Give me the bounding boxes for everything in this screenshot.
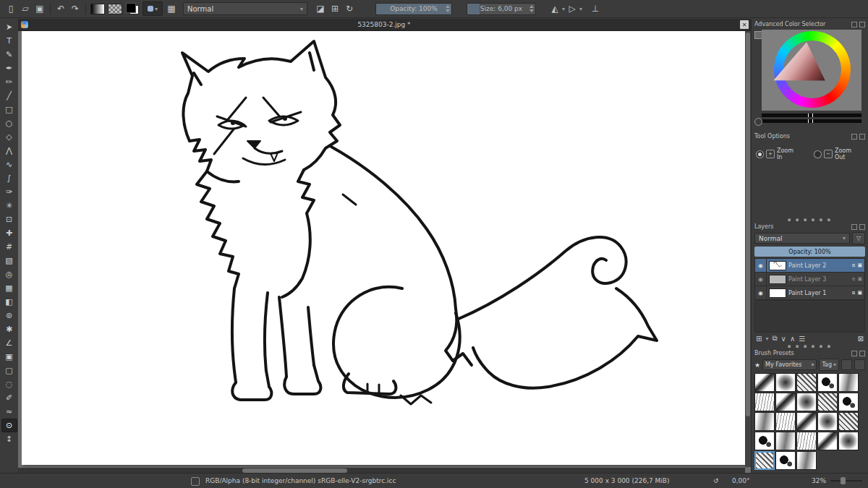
zoom-in-radio[interactable]: + Zoom In: [756, 147, 801, 160]
brush-preset-7[interactable]: [775, 393, 796, 411]
tool-rectangle[interactable]: □: [1, 103, 17, 116]
zoom-slider[interactable]: [830, 480, 862, 481]
color-history-icon[interactable]: [754, 118, 762, 126]
brush-preset-4[interactable]: [817, 373, 838, 392]
brush-preset-6[interactable]: [754, 393, 775, 411]
tool-edit-shapes[interactable]: ✎: [1, 48, 17, 61]
chevron-down-icon[interactable]: ▾: [765, 335, 768, 342]
open-document-button[interactable]: ▱: [18, 1, 33, 16]
layer-alpha-icon[interactable]: α: [852, 262, 856, 268]
tool-freehand-path[interactable]: ∫: [1, 171, 17, 185]
value-strip-1[interactable]: [762, 114, 861, 117]
dock-buttons[interactable]: [851, 224, 865, 230]
size-spin-buttons[interactable]: [529, 5, 534, 12]
save-document-button[interactable]: ▣: [33, 1, 47, 16]
tool-move[interactable]: ✚: [1, 226, 17, 240]
tool-gradient[interactable]: ▧: [1, 254, 17, 267]
tool-similar-color-select[interactable]: ≈: [1, 405, 17, 419]
brush-preset-18[interactable]: [796, 432, 817, 450]
tool-fill[interactable]: ◧: [1, 295, 17, 309]
move-layer-up-button[interactable]: ∧: [790, 335, 795, 343]
favorites-star-icon[interactable]: ★: [754, 361, 760, 369]
tool-text[interactable]: T: [1, 34, 17, 48]
brush-preset-3[interactable]: [796, 373, 817, 392]
brush-preset-14[interactable]: [817, 412, 838, 431]
duplicate-layer-button[interactable]: ⧉: [772, 334, 777, 343]
chevron-down-icon[interactable]: ▾: [579, 6, 582, 12]
layer-alpha-icon[interactable]: α: [852, 276, 856, 282]
float-dock-icon[interactable]: [851, 351, 857, 356]
layer-visibility-icon[interactable]: ◉: [755, 273, 767, 286]
float-dock-icon[interactable]: [851, 22, 857, 27]
move-layer-down-button[interactable]: ∨: [781, 335, 786, 343]
blending-mode-select[interactable]: Normal ▾: [183, 2, 307, 15]
brush-preset-22[interactable]: [775, 451, 796, 470]
layer-row-paint-layer-3[interactable]: ◉ Paint Layer 3 α ▣: [755, 273, 864, 286]
new-document-button[interactable]: ▯: [4, 1, 18, 16]
brush-preset-9[interactable]: [817, 393, 838, 411]
brush-preset-11[interactable]: [754, 412, 775, 431]
brush-preset-23[interactable]: [796, 451, 817, 470]
layer-opacity-slider[interactable]: Opacity: 100%: [754, 247, 865, 257]
tool-polyline[interactable]: ⋀: [1, 144, 17, 158]
close-document-button[interactable]: ✕: [740, 20, 749, 29]
tool-ellipse[interactable]: ○: [1, 116, 17, 130]
brush-preset-12[interactable]: [775, 412, 796, 431]
close-dock-icon[interactable]: [859, 134, 865, 140]
tool-measure[interactable]: ∠: [1, 336, 17, 350]
tool-freehand-select[interactable]: ✐: [1, 391, 17, 405]
tool-crop[interactable]: #: [1, 240, 17, 254]
tool-pan[interactable]: ↕: [1, 432, 17, 446]
wrap-around-mode-button[interactable]: ⊥: [588, 1, 603, 16]
brush-preset-19[interactable]: [817, 432, 838, 450]
close-dock-icon[interactable]: [859, 224, 865, 230]
opacity-slider[interactable]: Opacity: 100%: [375, 3, 452, 15]
undo-button[interactable]: ↶: [54, 1, 68, 16]
brush-preset-13[interactable]: [796, 412, 817, 431]
brush-preset-chooser-button[interactable]: ▾: [142, 1, 163, 16]
redo-button[interactable]: ↷: [68, 1, 82, 16]
reload-preset-button[interactable]: ↻: [342, 1, 357, 16]
preset-tag-select[interactable]: My Favorites ▾: [762, 359, 817, 370]
layer-lock-icon[interactable]: ▣: [857, 290, 862, 296]
add-layer-button[interactable]: ⊞: [756, 335, 762, 343]
preserve-alpha-button[interactable]: ⊞: [328, 1, 342, 16]
layer-row-paint-layer-1[interactable]: ◉ Paint Layer 1 α ▣: [755, 286, 864, 300]
presets-view-button[interactable]: [841, 359, 852, 370]
tool-pattern-fill[interactable]: ▦: [1, 281, 17, 295]
layer-lock-icon[interactable]: ▣: [857, 276, 862, 282]
brush-preset-2[interactable]: [775, 373, 796, 392]
tool-ellipse-select[interactable]: ◌: [1, 377, 17, 391]
layer-blending-mode-select[interactable]: Normal ▾: [754, 233, 850, 244]
advanced-color-selector[interactable]: [754, 30, 865, 131]
tool-rect-select[interactable]: ▢: [1, 364, 17, 377]
float-dock-icon[interactable]: [851, 134, 857, 140]
layer-filter-button[interactable]: ▽: [852, 232, 865, 244]
vertical-scrollbar[interactable]: [745, 31, 751, 467]
brush-preset-16[interactable]: [754, 432, 775, 450]
tool-dynamic-brush[interactable]: ✑: [1, 185, 17, 199]
canvas-page[interactable]: [22, 31, 745, 465]
tool-bezier-curve[interactable]: ∿: [1, 158, 17, 171]
float-dock-icon[interactable]: [851, 224, 857, 230]
canvas-rotation-icon[interactable]: ↺: [713, 477, 719, 484]
dock-buttons[interactable]: [851, 134, 865, 140]
tool-multibrush[interactable]: ✳: [1, 199, 17, 213]
brush-preset-1[interactable]: [754, 373, 775, 392]
tool-line[interactable]: ╱: [1, 89, 17, 103]
tool-calligraphy[interactable]: ✒: [1, 61, 17, 75]
zoom-slider-knob[interactable]: [841, 477, 846, 484]
tool-select-shapes[interactable]: ➤: [1, 20, 17, 34]
layer-visibility-icon[interactable]: ◉: [755, 286, 767, 299]
brush-preset-21[interactable]: [754, 451, 775, 470]
delete-layer-button[interactable]: ⊠: [858, 335, 864, 343]
layer-row-paint-layer-2[interactable]: ◉ Paint Layer 2 α ▣: [755, 259, 864, 273]
brush-size-slider[interactable]: Size: 6,00 px: [467, 3, 536, 15]
tool-assistants[interactable]: ✱: [1, 322, 17, 336]
tool-color-sampler[interactable]: ◎: [1, 267, 17, 281]
layer-lock-icon[interactable]: ▣: [857, 262, 862, 268]
dock-buttons[interactable]: [851, 351, 865, 356]
close-dock-icon[interactable]: [859, 22, 865, 27]
brush-preset-15[interactable]: [838, 412, 859, 431]
eraser-mode-button[interactable]: ◪: [313, 1, 328, 16]
